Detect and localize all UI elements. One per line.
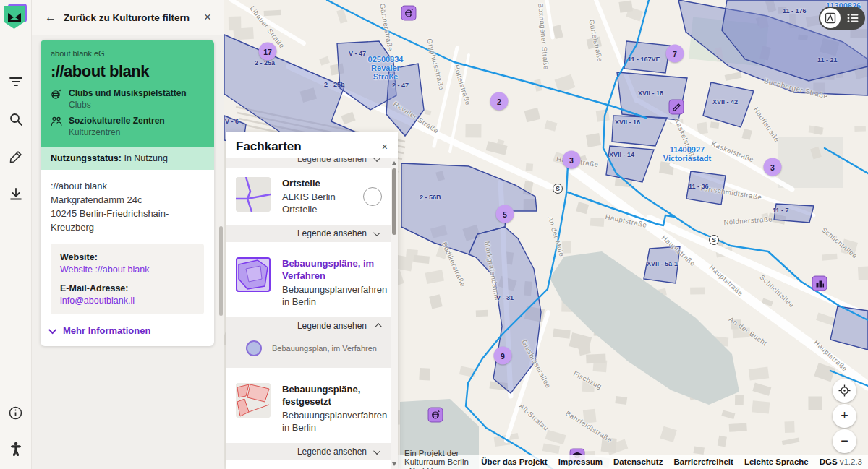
legend-row: Bebauungsplan, im Verfahren xyxy=(226,335,391,368)
background-map-button[interactable] xyxy=(820,8,841,28)
basemap-icon xyxy=(825,12,836,24)
category-label: Clubs und Musikspielstätten xyxy=(69,88,187,99)
footer-version: v1.2.3 xyxy=(840,457,862,466)
chevron-down-icon xyxy=(373,158,380,162)
legend-toggle-bar[interactable]: Legende ansehen xyxy=(226,317,391,335)
search-icon[interactable] xyxy=(7,111,25,128)
cluster-marker[interactable]: 9 xyxy=(494,347,512,365)
disco-ball-marker[interactable] xyxy=(401,6,417,21)
zoom-in-button[interactable]: + xyxy=(833,404,856,428)
back-label: Zurück zu Kulturorte filtern xyxy=(64,12,190,23)
layer-description: Bebauungsplanverfahren in Berlin xyxy=(282,283,387,308)
cluster-marker[interactable]: 2 xyxy=(490,92,509,111)
more-information-label: Mehr Informationen xyxy=(63,325,150,336)
layer-list-icon xyxy=(847,13,859,23)
close-fachkarten-icon[interactable]: × xyxy=(382,141,388,152)
layer-item-bplan-verfahren[interactable]: Bebauungspläne, im Verfahren Bebauungspl… xyxy=(226,248,391,317)
people-icon xyxy=(51,116,62,138)
back-button[interactable]: ← Zurück zu Kulturorte filtern xyxy=(45,11,190,24)
footer-link[interactable]: Leichte Sprache xyxy=(744,457,809,466)
cluster-marker[interactable]: 17 xyxy=(259,43,277,61)
close-detail-icon[interactable]: × xyxy=(204,10,211,25)
download-icon[interactable] xyxy=(7,186,25,203)
footer-link[interactable]: DGS xyxy=(820,457,838,466)
category-sublabel: Clubs xyxy=(69,99,187,111)
layer-title: Bebauungspläne, festgesetzt xyxy=(282,383,387,408)
category-sublabel: Kulturzentren xyxy=(69,126,165,138)
layer-item-bplan-festgesetzt[interactable]: Bebauungspläne, festgesetzt Bebauungspla… xyxy=(226,374,391,443)
legend-swatch xyxy=(246,340,262,356)
layer-item-bplan-ausser-kraft[interactable]: Bebauungspläne, außer Kraft gesetzt Beba… xyxy=(226,465,391,469)
cluster-marker[interactable]: 5 xyxy=(496,205,514,223)
email-label: E-Mail-Adresse: xyxy=(60,283,195,293)
layer-thumbnail xyxy=(236,257,271,292)
chevron-down-icon xyxy=(373,447,380,455)
fachkarten-scrollbar[interactable] xyxy=(391,158,398,469)
edit-pencil-icon[interactable] xyxy=(7,148,25,165)
more-information-toggle[interactable]: Mehr Informationen xyxy=(51,325,204,336)
cluster-marker[interactable]: 3 xyxy=(563,151,581,169)
filter-icon[interactable] xyxy=(7,73,25,90)
cluster-marker[interactable]: 7 xyxy=(666,45,684,63)
layer-thumbnail xyxy=(236,383,271,418)
nutzungsstatus-strip: Nutzungsstatus: In Nutzung xyxy=(41,147,214,170)
scroll-up-icon[interactable] xyxy=(392,161,396,165)
footer-link[interactable]: Impressum xyxy=(558,457,603,466)
layer-radio-unchecked[interactable] xyxy=(363,187,382,206)
logo-shield-icon xyxy=(4,6,25,29)
footer-link[interactable]: Datenschutz xyxy=(613,457,663,466)
status-value: In Nutzung xyxy=(124,153,167,163)
footer-link[interactable]: Über das Projekt xyxy=(481,457,547,466)
detail-panel-header: ← Zurück zu Kulturorte filtern × xyxy=(32,0,224,35)
website-label: Website: xyxy=(60,252,195,262)
kulturort-title: ://about blank xyxy=(51,62,204,81)
layer-thumbnail xyxy=(236,177,271,212)
map-tools-pill xyxy=(819,7,865,30)
contact-box: Website: Website ://about blank E-Mail-A… xyxy=(51,244,204,314)
kulturort-card: about blank eG ://about blank Clubs und … xyxy=(41,40,214,346)
category-label: Soziokulturelle Zentren xyxy=(69,116,165,126)
fachkarten-panel: Fachkarten × Legende ansehen Ortsteile A… xyxy=(226,132,398,469)
legend-toggle-label: Legende ansehen xyxy=(297,158,367,164)
zoom-out-button[interactable]: − xyxy=(833,429,856,453)
cluster-marker[interactable]: 3 xyxy=(764,158,782,176)
app-window: Libauer StraßeGärtnerstraßeBoxhagener St… xyxy=(0,0,868,469)
organisation-name: about blank eG xyxy=(51,49,204,58)
fachkarten-scroll-area: Legende ansehen Ortsteile ALKIS Berlin O… xyxy=(226,158,391,469)
legend-toggle-bar[interactable]: Legende ansehen xyxy=(226,158,391,168)
legend-toggle-label: Legende ansehen xyxy=(297,321,367,331)
fachkarten-header: Fachkarten × xyxy=(226,132,398,158)
locate-icon xyxy=(838,384,851,397)
building-marker[interactable] xyxy=(812,276,827,291)
pencil-marker[interactable] xyxy=(669,100,684,115)
scrollbar-thumb[interactable] xyxy=(392,168,396,235)
map-layers-button[interactable] xyxy=(841,13,865,23)
legend-toggle-label: Legende ansehen xyxy=(297,447,367,457)
legend-toggle-bar[interactable]: Legende ansehen xyxy=(226,225,391,242)
kulturort-card-body: ://about blank Markgrafendamm 24c 10245 … xyxy=(41,170,214,346)
app-logo[interactable] xyxy=(4,4,28,30)
footer-bar: Ein Projekt der Kulturraum Berlin gGmbH … xyxy=(398,455,868,469)
footer-link[interactable]: Barrierefreiheit xyxy=(673,457,733,466)
category-row: Clubs und Musikspielstätten Clubs xyxy=(51,88,204,111)
footer-project-text: Ein Projekt der Kulturraum Berlin gGmbH xyxy=(404,449,481,469)
layer-title: Ortsteile xyxy=(282,177,357,189)
email-link[interactable]: info@aboutblank.li xyxy=(60,296,195,306)
info-icon[interactable] xyxy=(7,404,25,421)
layer-item-ortsteile[interactable]: Ortsteile ALKIS Berlin Ortsteile xyxy=(226,168,391,225)
detail-panel-scrollbar[interactable] xyxy=(219,226,223,316)
scroll-down-icon[interactable] xyxy=(392,462,396,466)
status-label: Nutzungsstatus: xyxy=(51,153,122,163)
chevron-up-icon xyxy=(375,323,382,330)
disco-ball-icon xyxy=(51,88,62,111)
disco-ball-marker[interactable] xyxy=(428,408,443,423)
chevron-down-icon xyxy=(373,229,380,236)
locate-me-button[interactable] xyxy=(833,379,856,403)
legend-toggle-bar[interactable]: Legende ansehen xyxy=(226,443,391,460)
website-link[interactable]: Website ://about blank xyxy=(60,264,195,275)
layer-description: ALKIS Berlin Ortsteile xyxy=(282,191,357,215)
accessibility-icon[interactable] xyxy=(7,440,25,457)
chevron-down-icon xyxy=(48,325,56,333)
layer-title: Bebauungspläne, im Verfahren xyxy=(282,257,387,282)
icon-sidebar xyxy=(0,0,32,469)
